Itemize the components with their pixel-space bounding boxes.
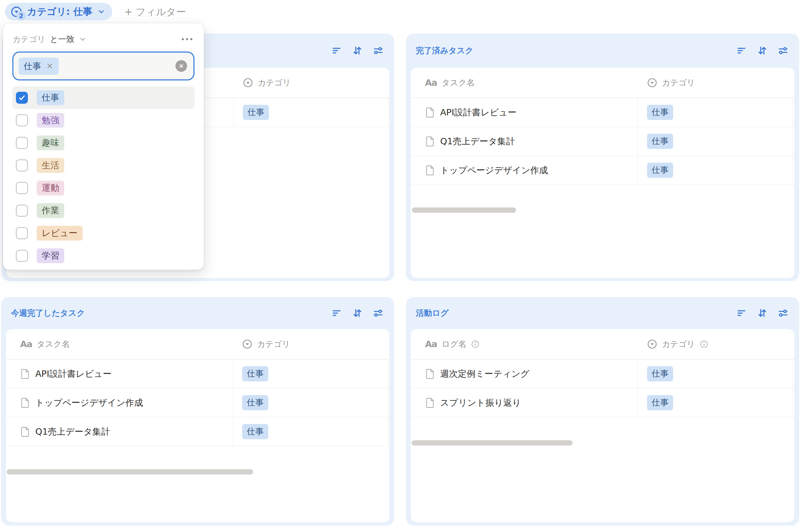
- checkbox[interactable]: [16, 205, 28, 217]
- column-header-name[interactable]: Aa タスク名: [6, 339, 233, 350]
- table-row[interactable]: API設計書レビュー 仕事: [411, 98, 794, 127]
- checkbox[interactable]: [16, 227, 28, 239]
- filter-icon[interactable]: [736, 308, 747, 319]
- filter-icon[interactable]: [331, 308, 342, 319]
- column-header-name[interactable]: Aa ログ名: [411, 339, 638, 350]
- sort-icon[interactable]: [352, 45, 363, 56]
- checkbox[interactable]: [16, 182, 28, 194]
- page-icon: [426, 398, 435, 408]
- checkbox[interactable]: [16, 114, 28, 126]
- text-property-icon: Aa: [425, 339, 437, 349]
- horizontal-scrollbar[interactable]: [412, 207, 516, 213]
- column-header-category[interactable]: カテゴリ: [638, 77, 793, 88]
- column-header-category[interactable]: カテゴリ: [234, 77, 389, 88]
- filter-option[interactable]: 仕事: [12, 86, 194, 109]
- page-icon: [426, 165, 435, 176]
- select-property-icon: [647, 78, 657, 88]
- category-tag: 仕事: [647, 163, 673, 178]
- category-tag: 仕事: [242, 424, 268, 439]
- select-property-icon: 2: [11, 6, 22, 18]
- option-tag: 仕事: [37, 90, 64, 105]
- category-tag: 仕事: [647, 366, 673, 381]
- info-icon[interactable]: [471, 340, 480, 349]
- sort-icon[interactable]: [352, 308, 363, 319]
- filter-count-badge: 2: [17, 11, 26, 20]
- horizontal-scrollbar[interactable]: [7, 469, 253, 474]
- panel-week-completed-tasks: 今週完了したタスク Aa タスク名 カテゴリ API設計書レビュー 仕事: [1, 297, 394, 526]
- option-tag: 作業: [37, 203, 64, 218]
- option-tag: レビュー: [37, 226, 83, 241]
- table-row[interactable]: API設計書レビュー 仕事: [6, 359, 389, 388]
- page-icon: [21, 369, 30, 379]
- table-row[interactable]: 週次定例ミーティング 仕事: [411, 359, 794, 388]
- filter-option[interactable]: 作業: [12, 199, 194, 222]
- category-tag: 仕事: [242, 366, 268, 381]
- select-property-icon: [647, 339, 657, 349]
- view-settings-icon[interactable]: [373, 45, 384, 56]
- tag-search-input[interactable]: 仕事: [12, 52, 194, 80]
- view-settings-icon[interactable]: [778, 45, 789, 56]
- filter-option[interactable]: 趣味: [12, 132, 194, 154]
- panel-title[interactable]: 完了済みタスク: [416, 45, 473, 56]
- sort-icon[interactable]: [757, 308, 768, 319]
- more-options-icon[interactable]: [180, 35, 194, 43]
- page-icon: [21, 427, 30, 437]
- filter-option[interactable]: 運動: [12, 177, 194, 199]
- filter-option[interactable]: 学習: [12, 244, 194, 267]
- horizontal-scrollbar[interactable]: [412, 440, 573, 446]
- category-tag: 仕事: [647, 395, 673, 410]
- panel-title[interactable]: 活動ログ: [416, 308, 449, 319]
- category-tag: 仕事: [647, 105, 673, 120]
- chevron-down-icon: [97, 8, 105, 16]
- table-row[interactable]: トップページデザイン作成 仕事: [6, 388, 389, 417]
- filter-option[interactable]: 勉強: [12, 109, 194, 132]
- option-tag: 趣味: [37, 135, 64, 150]
- active-filter-chip[interactable]: 2 カテゴリ: 仕事: [5, 3, 112, 20]
- category-tag: 仕事: [242, 395, 268, 410]
- category-tag: 仕事: [647, 134, 673, 149]
- condition-property: カテゴリ: [12, 34, 46, 45]
- selected-tag-label: 仕事: [24, 60, 41, 72]
- info-icon[interactable]: [700, 340, 708, 349]
- filter-icon[interactable]: [331, 45, 342, 56]
- checkbox[interactable]: [16, 159, 28, 171]
- view-settings-icon[interactable]: [373, 308, 384, 319]
- filter-condition-selector[interactable]: カテゴリ と一致: [12, 34, 86, 45]
- panel-title[interactable]: 今週完了したタスク: [11, 308, 85, 319]
- select-property-icon: [242, 339, 252, 349]
- select-property-icon: [243, 78, 253, 88]
- table-row[interactable]: スプリント振り返り 仕事: [411, 388, 794, 417]
- condition-operator: と一致: [50, 34, 74, 45]
- clear-input-button[interactable]: [175, 60, 187, 72]
- filter-chip-label: カテゴリ: 仕事: [27, 5, 92, 18]
- column-header-category[interactable]: カテゴリ: [638, 339, 793, 350]
- checkbox-checked[interactable]: [16, 92, 28, 104]
- text-property-icon: Aa: [20, 339, 32, 349]
- table-row[interactable]: Q1売上データ集計 仕事: [6, 417, 389, 446]
- filter-option[interactable]: レビュー: [12, 222, 194, 244]
- panel-completed-tasks: 完了済みタスク Aa タスク名 カテゴリ API設計書レビュー 仕事: [406, 34, 799, 281]
- column-header-category[interactable]: カテゴリ: [233, 339, 388, 350]
- filter-icon[interactable]: [736, 45, 747, 56]
- filter-option[interactable]: 生活: [12, 154, 194, 177]
- table-row[interactable]: トップページデザイン作成 仕事: [411, 156, 794, 185]
- add-filter-button[interactable]: + フィルター: [124, 5, 186, 19]
- filter-popup: カテゴリ と一致 仕事 仕事 勉強 趣味 生活 運: [3, 23, 204, 270]
- view-settings-icon[interactable]: [778, 308, 789, 319]
- chevron-down-icon: [79, 35, 86, 43]
- column-header-name[interactable]: Aa タスク名: [411, 77, 638, 88]
- sort-icon[interactable]: [757, 45, 768, 56]
- panel-activity-log: 活動ログ Aa ログ名 カテゴリ 週次定例ミーティング 仕事: [406, 297, 799, 526]
- option-tag: 学習: [37, 248, 64, 263]
- option-tag: 運動: [37, 181, 64, 195]
- table-row[interactable]: Q1売上データ集計 仕事: [411, 127, 794, 156]
- page-icon: [426, 107, 435, 118]
- page-icon: [21, 398, 30, 408]
- remove-tag-icon[interactable]: [46, 62, 54, 70]
- option-tag: 勉強: [37, 113, 64, 128]
- page-icon: [426, 369, 435, 379]
- filter-option-list: 仕事 勉強 趣味 生活 運動 作業 レビュー 学習: [12, 86, 194, 267]
- checkbox[interactable]: [16, 250, 28, 262]
- category-tag: 仕事: [243, 105, 269, 120]
- checkbox[interactable]: [16, 137, 28, 149]
